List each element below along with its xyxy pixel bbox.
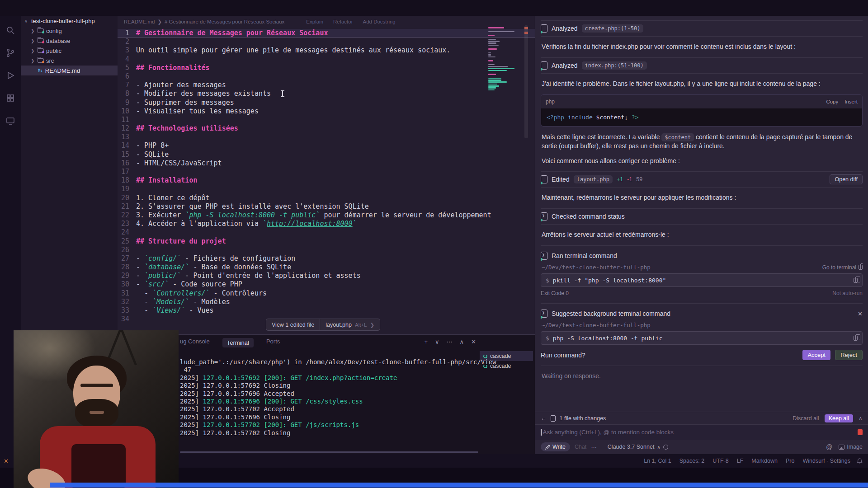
command-box[interactable]: $php -S localhost:8000 -t public bbox=[541, 331, 863, 345]
sidebar-item-database[interactable]: ❯database bbox=[21, 36, 118, 46]
insert-button[interactable]: Insert bbox=[844, 99, 858, 104]
new-terminal-icon[interactable]: + bbox=[424, 338, 428, 345]
editor-line[interactable]: 6 bbox=[118, 72, 535, 81]
minimap[interactable] bbox=[487, 27, 515, 163]
status-item[interactable]: Ln 1, Col 1 bbox=[644, 458, 671, 464]
open-diff-button[interactable]: Open diff bbox=[830, 174, 863, 184]
sidebar-item-config[interactable]: ❯config bbox=[21, 26, 118, 36]
back-arrow-icon[interactable]: ← bbox=[541, 415, 547, 422]
recording-badge[interactable] bbox=[858, 429, 863, 435]
editor-content[interactable]: 1# Gestionnaire de Messages pour Réseaux… bbox=[118, 27, 535, 324]
editor-line[interactable]: 32 - `Models/` - Modèles bbox=[118, 298, 535, 306]
chat-input[interactable]: Ask anything (Ctrl+L), @ to mention code… bbox=[535, 424, 868, 440]
editor-line[interactable]: 14- PHP 8+ bbox=[118, 141, 535, 150]
command-box[interactable]: $pkill -f "php -S localhost:8000" bbox=[541, 273, 863, 287]
breadcrumb-file[interactable]: README.md bbox=[124, 19, 155, 24]
edited-file-chip[interactable]: layout.php bbox=[574, 175, 613, 183]
status-item[interactable]: Pro bbox=[786, 458, 794, 464]
editor-line[interactable]: 5## Fonctionnalités bbox=[118, 64, 535, 72]
editor-line[interactable]: 10- Visualiser tous les messages bbox=[118, 107, 535, 116]
editor-line[interactable]: 17 bbox=[118, 168, 535, 176]
copy-icon[interactable] bbox=[854, 278, 858, 283]
editor-line[interactable]: 25## Structure du projet bbox=[118, 237, 535, 246]
reject-button[interactable]: Reject bbox=[835, 350, 863, 360]
editor-line[interactable]: 33 - `Views/` - Vues bbox=[118, 306, 535, 315]
editor-line[interactable]: 24 bbox=[118, 228, 535, 237]
codelens-action[interactable]: Explain bbox=[306, 19, 323, 24]
terminal-tab-terminal[interactable]: Terminal bbox=[222, 338, 254, 347]
bell-icon[interactable] bbox=[857, 458, 868, 464]
close-icon[interactable]: ✕ bbox=[471, 338, 476, 345]
codelens-action[interactable]: Add Docstring bbox=[363, 19, 396, 24]
terminal-hscrollbar[interactable] bbox=[180, 451, 478, 453]
view-edited-label[interactable]: View 1 edited file bbox=[266, 319, 320, 330]
dropdown-icon[interactable]: ∨ bbox=[435, 338, 439, 345]
status-item[interactable]: LF bbox=[737, 458, 744, 464]
video-progress-bar[interactable] bbox=[50, 483, 868, 488]
close-icon[interactable]: ✕ bbox=[858, 310, 863, 317]
editor-line[interactable]: 11 bbox=[118, 116, 535, 124]
terminal-tab-ug-console[interactable]: ug Console bbox=[180, 338, 210, 347]
editor-line[interactable]: 223. Exécuter `php -S localhost:8000 -t … bbox=[118, 211, 535, 220]
editor-line[interactable]: 8- Modifier des messages existants bbox=[118, 89, 535, 98]
editor-line[interactable]: 15- SQLite bbox=[118, 150, 535, 159]
editor-line[interactable]: 18## Installation bbox=[118, 176, 535, 185]
editor-line[interactable]: 201. Cloner ce dépôt bbox=[118, 194, 535, 202]
breadcrumb-heading[interactable]: # Gestionnaire de Messages pour Réseaux … bbox=[165, 19, 284, 24]
keep-all-button[interactable]: Keep all bbox=[825, 414, 853, 422]
explorer-root[interactable]: ∨test-clone-buffer-full-php bbox=[21, 16, 118, 26]
editor-line[interactable]: 30- `src/` - Code source PHP bbox=[118, 280, 535, 289]
more-icon[interactable]: ⋯ bbox=[447, 338, 453, 345]
step-target-chip[interactable]: create.php:(1-50) bbox=[582, 24, 644, 33]
discard-all-button[interactable]: Discard all bbox=[793, 415, 819, 422]
run-debug-icon[interactable] bbox=[6, 71, 15, 80]
mode-chat-toggle[interactable]: Chat bbox=[575, 444, 586, 450]
editor-line[interactable]: 13 bbox=[118, 133, 535, 141]
remote-window-icon[interactable] bbox=[6, 116, 15, 125]
editor-line[interactable]: 19 bbox=[118, 185, 535, 193]
remote-indicator-icon[interactable]: ✕ bbox=[4, 458, 9, 465]
source-control-icon[interactable] bbox=[6, 48, 15, 57]
status-item[interactable]: Windsurf - Settings bbox=[802, 458, 850, 464]
terminal-tab-ports[interactable]: Ports bbox=[266, 338, 280, 347]
editor-line[interactable]: 9- Supprimer des messages bbox=[118, 99, 535, 107]
chat-step-analyzed[interactable]: Analyzedcreate.php:(1-50) bbox=[541, 20, 863, 37]
editor-line[interactable]: 234. Accéder à l'application via `http:/… bbox=[118, 220, 535, 228]
accept-button[interactable]: Accept bbox=[802, 350, 830, 360]
go-to-terminal-link[interactable]: Go to terminal bbox=[822, 264, 863, 271]
editor-line[interactable]: 12## Technologies utilisées bbox=[118, 124, 535, 133]
mention-icon[interactable]: @ bbox=[826, 443, 832, 450]
sidebar-item-public[interactable]: ❯public bbox=[21, 46, 118, 56]
view-edited-file-button[interactable]: View 1 edited file layout.php Alt+L ❯ bbox=[266, 319, 380, 331]
edited-file-shortcut[interactable]: layout.php Alt+L ❯ bbox=[320, 319, 380, 330]
maximize-icon[interactable]: ∧ bbox=[460, 338, 464, 345]
editor-line[interactable]: 26 bbox=[118, 246, 535, 254]
terminal-output[interactable]: lude_path='.:/usr/share/php') in /home/a… bbox=[180, 358, 496, 437]
step-target-chip[interactable]: index.php:(51-100) bbox=[582, 61, 647, 70]
editor-line[interactable]: 1# Gestionnaire de Messages pour Réseaux… bbox=[118, 29, 535, 38]
editor-line[interactable]: 4 bbox=[118, 55, 535, 64]
editor-line[interactable]: 3Un outil simple pour gérer une pile de … bbox=[118, 46, 535, 55]
copy-icon[interactable] bbox=[854, 336, 858, 341]
more-options-icon[interactable]: ⋯ bbox=[591, 444, 597, 450]
copy-button[interactable]: Copy bbox=[826, 99, 838, 104]
status-item[interactable]: Spaces: 2 bbox=[679, 458, 705, 464]
collapse-icon[interactable]: ∧ bbox=[859, 415, 863, 422]
extensions-icon[interactable] bbox=[6, 94, 15, 103]
editor-line[interactable]: 2 bbox=[118, 38, 535, 46]
status-item[interactable]: Markdown bbox=[751, 458, 778, 464]
search-icon[interactable] bbox=[6, 26, 15, 35]
attach-image-button[interactable]: Image bbox=[839, 444, 863, 450]
mode-write-toggle[interactable]: Write bbox=[541, 442, 570, 451]
editor-line[interactable]: 27- `config/` - Fichiers de configuratio… bbox=[118, 254, 535, 263]
editor-line[interactable]: 28- `database/` - Base de données SQLite bbox=[118, 263, 535, 272]
sidebar-item-readme[interactable]: M↓README.md bbox=[21, 66, 118, 75]
chat-step-analyzed[interactable]: Analyzedindex.php:(51-100) bbox=[541, 57, 863, 74]
status-item[interactable]: UTF-8 bbox=[712, 458, 728, 464]
editor-scrollbar[interactable] bbox=[524, 25, 528, 138]
editor-line[interactable]: 212. S'assurer que PHP est installé avec… bbox=[118, 202, 535, 211]
codelens-action[interactable]: Refactor bbox=[333, 19, 353, 24]
code-content[interactable]: <?php include $content; ?> bbox=[541, 108, 862, 126]
chat-step-edited[interactable]: Editedlayout.php+1-159Open diff bbox=[541, 171, 863, 188]
editor-line[interactable]: 7- Ajouter des messages bbox=[118, 81, 535, 89]
